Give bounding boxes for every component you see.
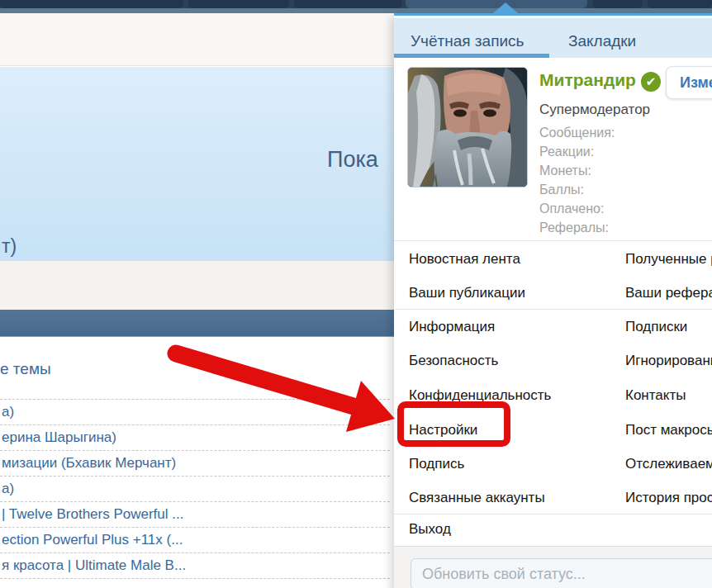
- topic-link[interactable]: ерина Шарыгина): [0, 425, 390, 451]
- banner-right-text: Пока: [327, 147, 378, 173]
- similar-threads-heading: е темы: [0, 360, 51, 378]
- popup-footer: [394, 546, 712, 588]
- nav-tab-5[interactable]: [592, 0, 643, 8]
- account-popup: Учётная запись Закладки: [394, 13, 712, 588]
- user-role-label: Супермодератор: [539, 102, 650, 118]
- stat-label: Монеты:: [539, 161, 615, 180]
- menu-item-connected-accounts[interactable]: Связанные аккаунты: [409, 490, 545, 506]
- nav-tab-row: [0, 0, 712, 8]
- menu-divider: [394, 240, 712, 241]
- user-avatar[interactable]: [407, 67, 528, 187]
- topic-link[interactable]: мизации (Бхавик Мерчант): [0, 451, 390, 477]
- menu-item-your-referrals[interactable]: Ваши рефералы: [625, 285, 712, 301]
- edit-profile-button[interactable]: Изменить: [666, 66, 712, 99]
- gandalf-avatar-image: [408, 68, 527, 187]
- menu-item-post-macros[interactable]: Пост макросы: [625, 422, 712, 439]
- topic-link[interactable]: | Twelve Brothers Powerful ...: [0, 502, 390, 528]
- menu-item-logout[interactable]: Выход: [409, 521, 451, 538]
- topic-link[interactable]: ection Powerful Plus +11x (...: [0, 528, 390, 553]
- stat-label: Оплачено:: [539, 199, 615, 218]
- stat-label: Сообщения:: [539, 123, 615, 142]
- nav-tab-3[interactable]: [294, 0, 402, 8]
- forum-page: { "page": { "banner": { "fragment": "т)"…: [0, 0, 712, 588]
- menu-item-contacts[interactable]: Контакты: [625, 387, 686, 404]
- top-navigation-bar: [0, 0, 712, 13]
- menu-divider: [394, 514, 712, 514]
- popup-caret-icon: [493, 2, 518, 13]
- menu-item-preferences[interactable]: Настройки: [409, 422, 477, 439]
- menu-item-reactions-received[interactable]: Полученные реакции: [625, 251, 712, 268]
- menu-item-history[interactable]: История просмотров: [625, 490, 712, 506]
- topic-link[interactable]: а): [0, 477, 390, 502]
- nav-tab-2[interactable]: [188, 0, 289, 8]
- user-stats: Сообщения: Реакции: Монеты: Баллы: Оплач…: [539, 123, 615, 237]
- banner-text-fragment: т): [2, 235, 17, 258]
- verified-badge-icon: ✔: [641, 72, 661, 92]
- menu-item-signature[interactable]: Подпись: [409, 456, 464, 472]
- menu-divider: [394, 309, 712, 310]
- stat-label: Баллы:: [539, 180, 615, 199]
- menu-item-privacy[interactable]: Конфиденциальность: [409, 387, 551, 404]
- menu-item-your-content[interactable]: Ваши публикации: [409, 285, 525, 301]
- menu-item-information[interactable]: Информация: [409, 319, 495, 335]
- menu-item-security[interactable]: Безопасность: [409, 353, 498, 369]
- topic-link[interactable]: я красота | Ultimate Male B...: [0, 553, 390, 579]
- tab-account[interactable]: Учётная запись: [411, 32, 524, 50]
- nav-tab-6[interactable]: [648, 0, 712, 8]
- topic-list: а) ерина Шарыгина) мизации (Бхавик Мерча…: [0, 399, 390, 579]
- nav-tab-1[interactable]: [0, 0, 183, 8]
- username[interactable]: Митрандир: [539, 70, 636, 90]
- tab-bookmarks[interactable]: Закладки: [568, 32, 636, 50]
- menu-item-following[interactable]: Отслеживаемые: [625, 456, 712, 472]
- popup-tabstrip: Учётная запись Закладки: [394, 18, 712, 58]
- stat-label: Реакции:: [539, 142, 615, 161]
- stat-label: Рефералы:: [539, 218, 615, 237]
- menu-item-news-feed[interactable]: Новостная лента: [409, 251, 520, 268]
- topic-link[interactable]: а): [0, 400, 390, 425]
- status-update-input[interactable]: [411, 558, 712, 588]
- menu-item-subscriptions[interactable]: Подписки: [625, 319, 687, 335]
- active-tab-indicator: [394, 54, 549, 58]
- menu-item-ignoring[interactable]: Игнорирование: [625, 353, 712, 369]
